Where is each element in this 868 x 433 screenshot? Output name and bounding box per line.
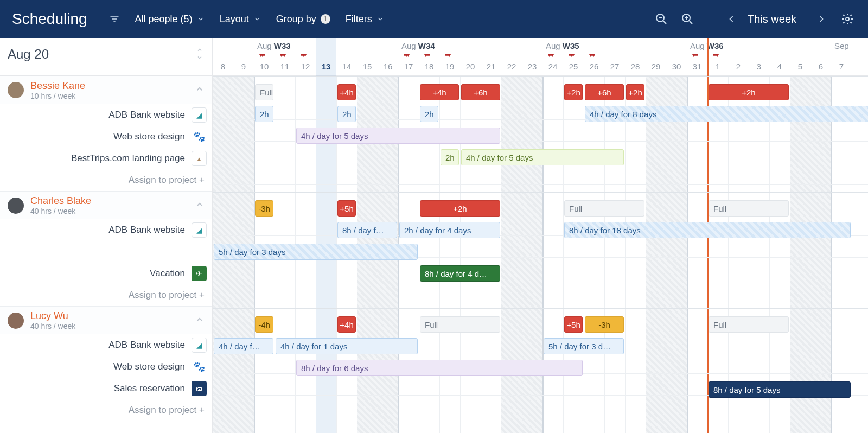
day-number[interactable]: 20 xyxy=(460,62,481,71)
day-number[interactable]: 31 xyxy=(687,62,707,71)
schedule-block[interactable]: +2h xyxy=(709,84,789,100)
collapse-person-icon[interactable] xyxy=(195,200,205,212)
project-row[interactable]: BestTrips.com landing page▲ xyxy=(0,148,212,169)
schedule-block[interactable]: +2h xyxy=(420,200,500,217)
day-number[interactable]: 3 xyxy=(749,62,769,71)
groupby-dropdown[interactable]: Group by 1 xyxy=(276,14,330,25)
day-number[interactable]: 1 xyxy=(707,62,728,71)
project-row[interactable]: ADB Bank website◢ xyxy=(0,219,212,241)
this-week-label[interactable]: This week xyxy=(748,13,796,26)
assign-to-project-button[interactable]: Assign to project + xyxy=(0,284,212,306)
day-number[interactable]: 24 xyxy=(542,62,563,71)
schedule-block[interactable]: 2h xyxy=(255,106,273,122)
schedule-block[interactable]: 2h xyxy=(337,106,356,122)
zoom-in-button[interactable] xyxy=(679,10,696,28)
schedule-block[interactable]: 8h / day f… xyxy=(337,222,397,238)
person-row[interactable]: Charles Blake40 hrs / week xyxy=(0,191,212,219)
schedule-block[interactable]: +4h xyxy=(420,84,459,100)
schedule-block[interactable]: 4h / day for 5 days xyxy=(461,149,624,165)
zoom-out-button[interactable] xyxy=(653,10,670,28)
day-number[interactable]: 2 xyxy=(728,62,749,71)
schedule-block[interactable]: +5h xyxy=(337,200,356,217)
day-number[interactable]: 15 xyxy=(357,62,378,71)
schedule-block[interactable]: +2h xyxy=(626,84,644,100)
person-row[interactable]: Lucy Wu40 hrs / week xyxy=(0,306,212,334)
schedule-block[interactable]: 5h / day for 3 days xyxy=(214,244,418,260)
schedule-block[interactable]: 8h / day for 5 days xyxy=(709,381,851,398)
schedule-block[interactable]: 4h / day for 1 days xyxy=(276,338,418,354)
schedule-block[interactable]: -4h xyxy=(255,316,273,333)
schedule-block[interactable]: 2h xyxy=(441,149,459,165)
day-number[interactable]: 7 xyxy=(831,62,852,71)
day-number[interactable]: 23 xyxy=(522,62,542,71)
schedule-block[interactable]: Full xyxy=(709,200,789,217)
schedule-block[interactable]: Full xyxy=(709,316,789,333)
schedule-block[interactable]: 4h / day for 5 days xyxy=(296,128,500,144)
timeline-grid[interactable]: Full+4h+4h+6h+2h+6h+2h+2h2h2h2h4h / day … xyxy=(213,76,868,433)
filters-dropdown[interactable]: Filters xyxy=(346,14,384,25)
collapse-up-icon[interactable] xyxy=(195,47,205,53)
day-number[interactable]: 8 xyxy=(213,62,233,71)
day-number[interactable]: 19 xyxy=(439,62,460,71)
schedule-block[interactable]: 4h / day for 8 days xyxy=(585,106,868,122)
day-number[interactable]: 30 xyxy=(666,62,687,71)
schedule-block[interactable]: +5h xyxy=(564,316,583,333)
schedule-block[interactable]: +2h xyxy=(564,84,583,100)
schedule-block[interactable]: +6h xyxy=(461,84,500,100)
day-number[interactable]: 4 xyxy=(769,62,790,71)
project-row[interactable]: Web store design🐾 xyxy=(0,356,212,378)
day-number[interactable]: 22 xyxy=(501,62,522,71)
day-number[interactable]: 14 xyxy=(336,62,357,71)
project-row[interactable]: Web store design🐾 xyxy=(0,126,212,148)
collapse-down-icon[interactable] xyxy=(195,54,205,61)
schedule-block[interactable]: -3h xyxy=(585,316,624,333)
day-number[interactable]: 9 xyxy=(233,62,254,71)
collapse-person-icon[interactable] xyxy=(195,84,205,96)
day-number[interactable]: 12 xyxy=(295,62,316,71)
filter-toggle-icon[interactable] xyxy=(109,14,120,24)
day-number[interactable]: 5 xyxy=(790,62,810,71)
schedule-block[interactable]: 4h / day f… xyxy=(214,338,273,354)
project-row[interactable] xyxy=(0,241,212,263)
schedule-block[interactable]: Full xyxy=(255,84,273,100)
schedule-block[interactable]: 8h / day for 4 d… xyxy=(420,265,500,282)
schedule-block[interactable]: 8h / day for 6 days xyxy=(296,360,583,376)
schedule-block[interactable]: +4h xyxy=(337,84,356,100)
day-number[interactable]: 10 xyxy=(254,62,275,71)
day-number[interactable]: 21 xyxy=(481,62,501,71)
schedule-block[interactable]: -3h xyxy=(255,200,273,217)
settings-button[interactable] xyxy=(839,10,856,28)
day-number[interactable]: 17 xyxy=(398,62,419,71)
schedule-block[interactable]: 5h / day for 3 d… xyxy=(544,338,624,354)
day-number[interactable]: 29 xyxy=(646,62,666,71)
project-row[interactable]: ADB Bank website◢ xyxy=(0,334,212,356)
schedule-block[interactable]: +4h xyxy=(337,316,356,333)
schedule-block[interactable]: 8h / day for 18 days xyxy=(564,222,851,238)
day-number[interactable]: 25 xyxy=(563,62,584,71)
day-number[interactable]: 18 xyxy=(419,62,439,71)
project-row[interactable]: Vacation✈ xyxy=(0,263,212,284)
schedule-block[interactable]: 2h xyxy=(420,106,438,122)
project-row[interactable]: Sales reservation🎟 xyxy=(0,378,212,399)
assign-to-project-button[interactable]: Assign to project + xyxy=(0,169,212,191)
day-number[interactable]: 16 xyxy=(378,62,398,71)
person-capacity: 40 hrs / week xyxy=(30,207,91,215)
schedule-block[interactable]: 2h / day for 4 days xyxy=(399,222,500,238)
day-number[interactable]: 28 xyxy=(625,62,646,71)
prev-week-button[interactable] xyxy=(723,10,740,28)
schedule-block[interactable]: +6h xyxy=(585,84,624,100)
schedule-block[interactable]: Full xyxy=(420,316,500,333)
person-row[interactable]: Bessie Kane10 hrs / week xyxy=(0,76,212,104)
day-number[interactable]: 27 xyxy=(604,62,625,71)
day-number[interactable]: 6 xyxy=(810,62,831,71)
project-row[interactable]: ADB Bank website◢ xyxy=(0,104,212,126)
schedule-block[interactable]: Full xyxy=(564,200,644,217)
day-number[interactable]: 11 xyxy=(275,62,295,71)
timeline[interactable]: Aug W33Aug W34Aug W35Aug W36Sep ▾▾▾▾▾▾▾▾… xyxy=(213,38,868,433)
day-number[interactable]: 26 xyxy=(584,62,604,71)
assign-to-project-button[interactable]: Assign to project + xyxy=(0,399,212,421)
layout-dropdown[interactable]: Layout xyxy=(220,14,261,25)
collapse-person-icon[interactable] xyxy=(195,315,205,327)
next-week-button[interactable] xyxy=(813,10,830,28)
people-dropdown[interactable]: All people (5) xyxy=(135,14,205,25)
